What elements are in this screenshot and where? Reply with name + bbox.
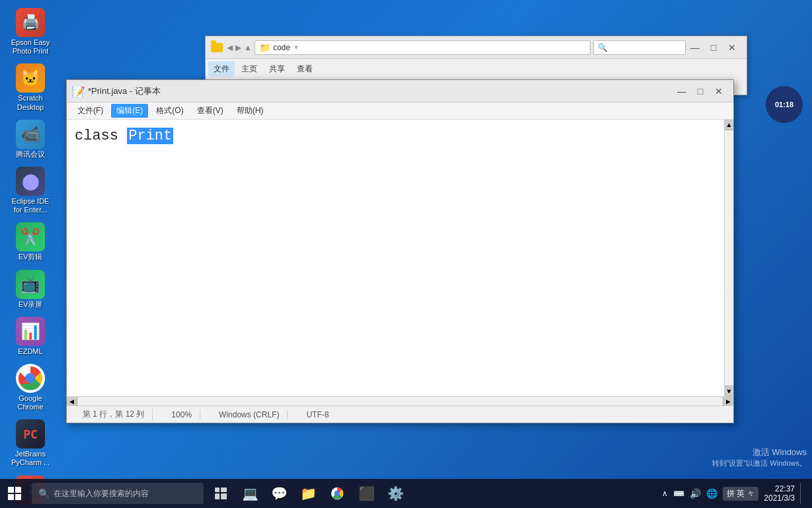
menu-edit[interactable]: 编辑(E): [111, 104, 148, 118]
nav-home[interactable]: 主页: [236, 62, 263, 77]
menu-file[interactable]: 文件(F): [72, 104, 108, 118]
icon-eclipse[interactable]: ⬤ Eclipse IDE for Enter...: [5, 164, 56, 217]
notepad-minimize[interactable]: —: [672, 82, 691, 101]
tray-expand[interactable]: ∧: [662, 489, 668, 498]
taskbar-terminal[interactable]: ⬛: [352, 479, 381, 508]
status-zoom: 100%: [163, 410, 200, 419]
icon-ezdml[interactable]: 📊 EZDML: [5, 314, 56, 359]
svg-rect-7: [215, 487, 220, 492]
status-position: 第 1 行，第 12 列: [75, 409, 153, 420]
status-encoding: UTF-8: [298, 410, 337, 419]
svg-rect-9: [215, 493, 220, 499]
taskbar-clock[interactable]: 22:37 2021/3/3: [764, 484, 795, 503]
folder-icon: [211, 42, 223, 54]
nav-back[interactable]: ◀: [227, 43, 233, 52]
icon-jetbrains[interactable]: PC JetBrains PyCharm ...: [5, 417, 56, 470]
taskbar-wechat[interactable]: 💬: [264, 479, 294, 508]
notepad-statusbar: 第 1 行，第 12 列 100% Windows (CRLF) UTF-8: [67, 405, 733, 423]
notepad-title: *Print.java - 记事本: [88, 85, 672, 97]
file-explorer-navbar: 文件 主页 共享 查看: [206, 59, 747, 79]
minimize-button[interactable]: —: [686, 38, 704, 57]
desktop: 🖨️ Epson Easy Photo Print 🐱 Scratch Desk…: [0, 0, 812, 508]
notepad-icon: 📝: [72, 85, 84, 97]
svg-rect-5: [8, 494, 14, 500]
icon-ev-cut[interactable]: ✂️ EV剪辑: [5, 220, 56, 264]
notepad-controls: — □ ✕: [672, 82, 728, 101]
taskbar-search[interactable]: 🔍 在这里输入你要搜索的内容: [32, 483, 204, 504]
icon-tencent-meeting[interactable]: 📹 腾讯会议: [5, 117, 56, 161]
start-button[interactable]: [0, 479, 29, 508]
activate-windows: 激活 Windows 转到"设置"以激活 Windows。: [712, 446, 813, 468]
desktop-icons: 🖨️ Epson Easy Photo Print 🐱 Scratch Desk…: [5, 5, 56, 508]
svg-rect-6: [15, 494, 21, 500]
icon-epson[interactable]: 🖨️ Epson Easy Photo Print: [5, 5, 56, 58]
address-bar[interactable]: 📁 code ▼: [255, 40, 590, 55]
nav-forward[interactable]: ▶: [235, 43, 241, 52]
status-line-ending: Windows (CRLF): [211, 410, 288, 419]
svg-rect-10: [221, 493, 227, 499]
svg-point-13: [335, 491, 339, 495]
clock-widget: 01:18: [766, 86, 803, 123]
menu-help[interactable]: 帮助(H): [231, 104, 269, 118]
notepad-content[interactable]: class Print ▲ ▼: [67, 120, 733, 396]
icon-scratch[interactable]: 🐱 Scratch Desktop: [5, 61, 56, 114]
icon-ev-screen[interactable]: 📺 EV录屏: [5, 267, 56, 312]
nav-file[interactable]: 文件: [208, 62, 235, 77]
taskbar: 🔍 在这里输入你要搜索的内容 💻 💬 📁: [0, 479, 812, 508]
notepad-menubar: 文件(F) 编辑(E) 格式(O) 查看(V) 帮助(H): [67, 103, 733, 120]
taskbar-vscode[interactable]: 💻: [235, 479, 264, 508]
lang-indicator[interactable]: 拼 英 々: [723, 487, 759, 501]
taskbar-browser[interactable]: [323, 479, 352, 508]
window-controls: — □ ✕: [686, 38, 741, 57]
menu-format[interactable]: 格式(O): [151, 104, 188, 118]
close-button[interactable]: ✕: [723, 38, 741, 57]
notepad-window: 📝 *Print.java - 记事本 — □ ✕ 文件(F) 编辑(E) 格式…: [66, 79, 734, 423]
show-desktop-button[interactable]: [800, 483, 804, 504]
speaker-icon[interactable]: 🔊: [690, 488, 701, 499]
scrollbar[interactable]: ▲ ▼: [724, 120, 733, 396]
svg-rect-4: [15, 487, 21, 493]
code-area[interactable]: class Print: [67, 120, 724, 396]
svg-rect-8: [221, 487, 227, 492]
search-icon: 🔍: [38, 488, 50, 499]
notepad-close[interactable]: ✕: [710, 82, 728, 101]
search-bar[interactable]: 🔍: [593, 40, 686, 55]
network-icon[interactable]: 🌐: [706, 488, 717, 499]
highlighted-text: Print: [127, 128, 173, 144]
maximize-button[interactable]: □: [704, 38, 723, 57]
keyword-class: class: [75, 128, 127, 144]
taskbar-settings[interactable]: ⚙️: [381, 479, 410, 508]
taskbar-files[interactable]: 📁: [294, 479, 323, 508]
menu-view[interactable]: 查看(V): [192, 104, 229, 118]
icon-chrome[interactable]: Google Chrome: [5, 361, 56, 414]
keyboard-icon[interactable]: ⌨️: [673, 488, 684, 499]
svg-point-2: [26, 374, 35, 383]
nav-share[interactable]: 共享: [264, 62, 290, 77]
nav-view[interactable]: 查看: [292, 62, 318, 77]
horizontal-scrollbar[interactable]: ◀ ▶: [67, 396, 733, 405]
task-view-button[interactable]: [206, 479, 235, 508]
nav-up[interactable]: ▲: [244, 43, 252, 52]
svg-rect-3: [8, 487, 14, 493]
notepad-maximize[interactable]: □: [691, 82, 710, 101]
file-explorer-titlebar: ◀ ▶ ▲ 📁 code ▼ 🔍 — □ ✕: [206, 36, 747, 59]
notepad-titlebar: 📝 *Print.java - 记事本 — □ ✕: [67, 80, 733, 103]
taskbar-system-tray: ∧ ⌨️ 🔊 🌐 拼 英 々 22:37 2021/3/3: [662, 483, 812, 504]
